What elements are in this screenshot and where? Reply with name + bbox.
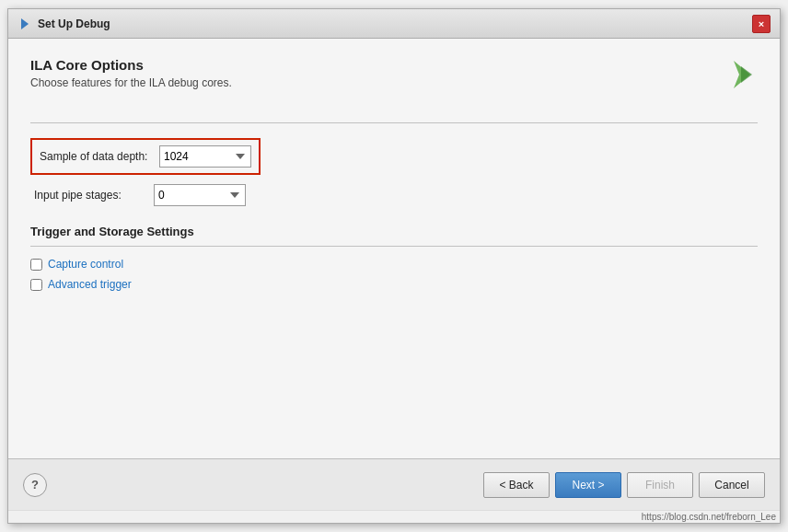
input-pipe-label: Input pipe stages: <box>34 189 154 202</box>
sample-depth-select[interactable]: 128 256 512 1024 2048 4096 8192 <box>159 145 251 168</box>
footer: ? < Back Next > Finish Cancel <box>8 458 780 510</box>
capture-control-row: Capture control <box>30 258 758 271</box>
setup-debug-dialog: Set Up Debug × ILA Core Options Choose f… <box>7 8 781 524</box>
section-subtitle: Choose features for the ILA debug cores. <box>30 76 723 89</box>
cancel-button[interactable]: Cancel <box>699 472 765 498</box>
advanced-trigger-label[interactable]: Advanced trigger <box>48 278 132 291</box>
sample-depth-label: Sample of data depth: <box>40 150 159 163</box>
title-bar-text: Set Up Debug <box>38 17 110 30</box>
url-bar: https://blog.csdn.net/freborn_Lee <box>8 510 780 523</box>
svg-marker-2 <box>741 66 752 83</box>
trigger-separator <box>30 246 758 247</box>
header-row: ILA Core Options Choose features for the… <box>30 57 758 108</box>
capture-control-label[interactable]: Capture control <box>48 258 123 271</box>
help-button[interactable]: ? <box>23 473 47 497</box>
finish-button[interactable]: Finish <box>627 472 693 498</box>
advanced-trigger-checkbox[interactable] <box>30 279 42 291</box>
input-pipe-row: Input pipe stages: 0 1 2 3 4 <box>30 184 758 206</box>
footer-left: ? <box>23 473 47 497</box>
close-icon: × <box>759 18 764 29</box>
svg-marker-0 <box>21 18 29 29</box>
section-title: ILA Core Options <box>30 57 723 73</box>
trigger-section: Trigger and Storage Settings Capture con… <box>30 225 758 298</box>
next-button[interactable]: Next > <box>555 472 621 498</box>
back-button[interactable]: < Back <box>483 472 550 498</box>
header-text: ILA Core Options Choose features for the… <box>30 57 723 108</box>
input-pipe-select[interactable]: 0 1 2 3 4 <box>154 184 246 206</box>
title-bar-left: Set Up Debug <box>17 17 110 31</box>
close-button[interactable]: × <box>752 15 771 33</box>
help-icon: ? <box>31 478 39 492</box>
content-area: ILA Core Options Choose features for the… <box>8 39 780 458</box>
title-icon <box>17 17 32 31</box>
footer-right: < Back Next > Finish Cancel <box>47 472 765 498</box>
trigger-title: Trigger and Storage Settings <box>30 225 758 238</box>
title-bar: Set Up Debug × <box>8 9 780 39</box>
sample-depth-row: Sample of data depth: 128 256 512 1024 2… <box>30 138 261 175</box>
form-area: Sample of data depth: 128 256 512 1024 2… <box>30 138 758 215</box>
advanced-trigger-row: Advanced trigger <box>30 278 758 291</box>
logo-icon <box>723 57 758 92</box>
url-text: https://blog.csdn.net/freborn_Lee <box>642 512 776 522</box>
capture-control-checkbox[interactable] <box>30 259 42 271</box>
top-separator <box>30 122 758 123</box>
